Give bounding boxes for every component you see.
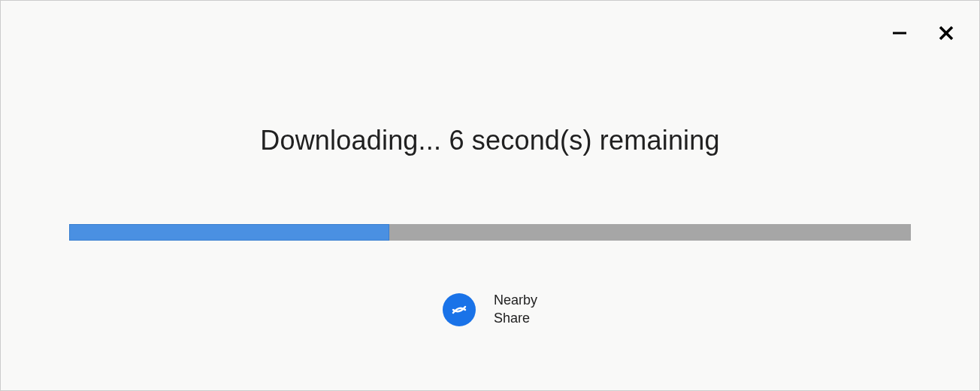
close-icon (938, 25, 954, 44)
nearby-line2: Share (494, 310, 537, 327)
nearby-share-icon (443, 293, 476, 326)
progress-bar (69, 224, 911, 241)
minimize-icon (891, 25, 908, 44)
nearby-line1: Nearby (494, 292, 537, 309)
window-controls (891, 25, 955, 43)
nearby-share-button[interactable]: Nearby Share (443, 292, 537, 327)
progress-fill (69, 224, 389, 241)
minimize-button[interactable] (891, 25, 909, 43)
nearby-share-label: Nearby Share (494, 292, 537, 327)
download-status-text: Downloading... 6 second(s) remaining (260, 125, 720, 156)
close-button[interactable] (937, 25, 955, 43)
main-content: Downloading... 6 second(s) remaining (1, 125, 979, 241)
